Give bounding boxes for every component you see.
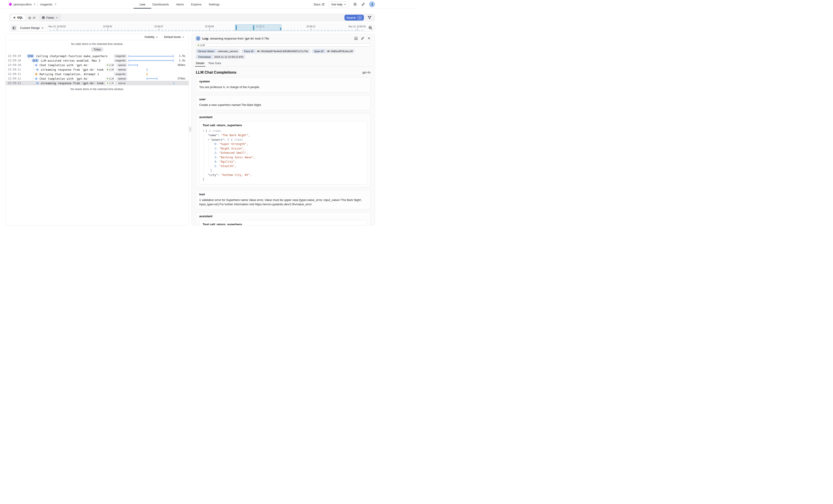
span-duration: 1.9s	[176, 59, 189, 62]
log-message: Retrying Chat Completion. Attempt 1	[40, 72, 99, 76]
fields-dropdown-button[interactable]: Fields	[39, 14, 61, 21]
log-row[interactable]: 22:59:10 Chat Completion with 'gpt-4o' L…	[6, 63, 189, 67]
copy-link-icon[interactable]	[361, 37, 364, 40]
chevron-down-icon	[41, 27, 44, 29]
tab-details[interactable]: Details	[196, 62, 205, 66]
log-row[interactable]: 22:59:10 6 Calling chatprompt-function m…	[6, 54, 189, 58]
theme-toggle-button[interactable]	[353, 2, 357, 6]
tab-settings[interactable]: Settings	[209, 0, 220, 8]
span-id-pill[interactable]: Span ID #fd81e8f78c4ecc9f	[312, 49, 355, 53]
section-title: LLM Chat Completions	[196, 70, 237, 74]
share-link-button[interactable]	[361, 2, 365, 6]
sql-mode-button[interactable]: SQL	[11, 15, 25, 20]
green-dot-icon	[107, 69, 108, 70]
trace-id-pill[interactable]: Trace ID #9146a6974e4e6140538043607a71c7…	[242, 49, 310, 53]
panel-left-icon	[12, 26, 16, 30]
collapse-badge[interactable]: 5	[32, 59, 39, 62]
tag-magentic[interactable]: magentic	[114, 54, 127, 58]
log-row[interactable]: 22:59:11 Retrying Chat Completion. Attem…	[6, 72, 189, 76]
histogram-bar	[280, 27, 281, 30]
log-row-selected[interactable]: 22:59:12 streaming response from 'gpt-4o…	[6, 81, 189, 86]
tag-llm[interactable]: LLM	[196, 43, 371, 47]
tag-llm[interactable]: LLM	[105, 77, 116, 80]
top-nav: jackmpcollins / magentic Live Dashboards…	[0, 0, 416, 8]
message-role: user	[199, 98, 367, 101]
today-badge: Today	[91, 47, 103, 52]
log-row[interactable]: 22:59:10 5 LLM-assisted retries enabled.…	[6, 58, 189, 63]
minus-square-icon	[33, 59, 35, 62]
green-dot-icon	[107, 82, 108, 84]
detail-header: Log: streaming response from 'gpt-4o' to…	[196, 36, 371, 41]
tick-label: Nov 12, 22:59:03	[49, 25, 66, 28]
span-tick	[173, 82, 174, 85]
ai-mode-button[interactable]: AI	[28, 16, 35, 19]
logfire-logo-icon	[8, 2, 13, 6]
tag-magentic[interactable]: magentic	[114, 59, 127, 62]
detail-title-text: streaming response from 'gpt-4o' took 0.…	[210, 37, 269, 40]
org-name[interactable]: jackmpcollins	[14, 3, 32, 6]
tag-openai[interactable]: openai	[117, 77, 127, 80]
close-icon[interactable]	[367, 37, 371, 40]
tool-call-title: Tool call: return_superhero	[203, 123, 364, 127]
tab-live[interactable]: Live	[140, 0, 145, 8]
tag-openai[interactable]: openai	[117, 81, 127, 85]
tag-llm[interactable]: LLM	[105, 64, 116, 67]
tick-label: Nov 12, 22:59:16	[349, 25, 366, 28]
get-help-button[interactable]: Get help	[329, 1, 349, 7]
tag-llm[interactable]: LLM	[105, 81, 116, 85]
tool-call-box: Tool call: return_superhero { 3 items "n…	[199, 121, 367, 185]
dock-panel-icon[interactable]	[354, 37, 358, 40]
json-viewer: { 3 items "name": "The Bark Night", "pow…	[203, 129, 364, 182]
span-diamond-icon	[35, 64, 38, 67]
green-dot-icon	[107, 78, 108, 79]
log-time: 22:59:11	[8, 68, 24, 71]
message-role: tool	[199, 193, 367, 196]
log-detail-panel: Log: streaming response from 'gpt-4o' to…	[192, 34, 375, 225]
user-avatar[interactable]: J	[369, 1, 375, 7]
log-row[interactable]: 22:59:11 streaming response from 'gpt-4o…	[6, 67, 189, 72]
span-duration: 370ms	[176, 77, 189, 80]
span-diamond-icon	[36, 82, 39, 85]
tag-llm[interactable]: LLM	[105, 68, 116, 71]
link-icon	[361, 2, 365, 6]
tab-explore[interactable]: Explore	[191, 0, 201, 8]
default-levels-dropdown[interactable]: Default levels	[164, 35, 185, 39]
chevron-down-icon	[182, 36, 185, 39]
collapse-badge[interactable]: 6	[27, 54, 34, 57]
filter-button[interactable]	[367, 16, 372, 20]
message-card-system: system You are professor A, in charge of…	[196, 77, 371, 92]
chevron-down-icon	[156, 36, 158, 39]
green-dot-icon	[107, 64, 108, 66]
collapse-caret-icon[interactable]	[208, 139, 211, 141]
org-selector-icon[interactable]	[33, 3, 36, 6]
message-role: system	[199, 80, 367, 83]
visibility-dropdown[interactable]: Visibility	[144, 35, 158, 39]
timeline-divider	[48, 24, 48, 31]
tab-alerts[interactable]: Alerts	[176, 0, 184, 8]
tab-dashboards[interactable]: Dashboards	[152, 0, 169, 8]
span-diamond-icon	[36, 68, 39, 71]
tab-raw-data[interactable]: Raw Data	[209, 62, 221, 66]
docs-link[interactable]: Docs	[314, 3, 325, 6]
search-query-input[interactable]	[61, 14, 344, 21]
tag-openai[interactable]: openai	[117, 64, 127, 67]
detail-meta-row: Service Name unknown_service Trace ID #9…	[196, 49, 371, 53]
collapse-caret-icon[interactable]	[203, 130, 206, 132]
model-name: gpt-4o	[362, 71, 371, 74]
tag-openai[interactable]: openai	[117, 68, 127, 71]
tag-magentic[interactable]: magentic	[114, 72, 127, 76]
timeline-selection[interactable]	[235, 24, 281, 31]
chevron-down-icon	[344, 3, 346, 6]
service-name-pill[interactable]: Service Name unknown_service	[196, 49, 240, 53]
time-range-dropdown[interactable]: Custom Range	[20, 24, 44, 32]
project-selector-icon[interactable]	[54, 3, 57, 6]
warning-diamond-icon	[35, 73, 38, 76]
project-name[interactable]: magentic	[40, 3, 53, 6]
panel-resize-handle[interactable]	[189, 126, 191, 132]
table-grid-icon	[42, 16, 45, 19]
log-time: 22:59:10	[8, 59, 26, 62]
timeline-zoom-button[interactable]	[368, 25, 373, 30]
log-row[interactable]: 22:59:11 Chat Completion with 'gpt-4o' L…	[6, 76, 189, 81]
collapse-sidebar-button[interactable]	[11, 25, 17, 31]
search-button[interactable]: Search	[344, 15, 364, 21]
